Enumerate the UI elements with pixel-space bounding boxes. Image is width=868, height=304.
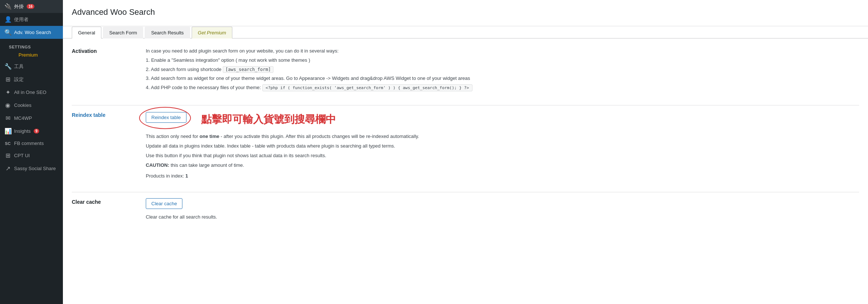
sidebar-item-label: MC4WP xyxy=(14,115,32,121)
tools-icon: 🔧 xyxy=(4,63,11,70)
tabs-bar: General Search Form Search Results Get P… xyxy=(63,26,868,38)
sidebar-item-label: 外掛 xyxy=(14,3,24,10)
sidebar-item-label: All in One SEO xyxy=(14,89,46,95)
page-title: Advanced Woo Search xyxy=(72,7,859,17)
settings-icon: ⊞ xyxy=(4,76,11,83)
tab-general[interactable]: General xyxy=(72,27,101,38)
tab-get-premium[interactable]: Get Premium xyxy=(192,27,233,38)
products-count: Products in index: 1 xyxy=(146,172,859,180)
sidebar-item-tools[interactable]: 🔧 工具 xyxy=(0,60,63,73)
search-icon: 🔍 xyxy=(4,29,11,36)
sidebar-item-cookies[interactable]: ◉ Cookies xyxy=(0,99,63,112)
reindex-desc2: Update all data in plugins index table. … xyxy=(146,142,859,150)
page-header: Advanced Woo Search xyxy=(63,0,868,26)
shortcode-inline: [aws_search_form] xyxy=(223,66,273,73)
divider-2 xyxy=(72,192,859,192)
reindex-table-button[interactable]: Reindex table xyxy=(146,112,186,123)
chinese-annotation: 點擊即可輸入貨號到搜尋欄中 xyxy=(201,111,336,128)
sidebar-item-all-in-one-seo[interactable]: ✦ All in One SEO xyxy=(0,86,63,99)
reindex-desc1: This action only need for one time - aft… xyxy=(146,132,859,141)
tab-search-results[interactable]: Search Results xyxy=(145,27,190,38)
activation-line4: 3. Add search form as widget for one of … xyxy=(146,75,859,82)
reindex-label: Reindex table xyxy=(72,111,146,118)
mc4wp-icon: ✉ xyxy=(4,115,11,122)
plugins-icon: 🔌 xyxy=(4,3,11,10)
cpt-ui-icon: ⊞ xyxy=(4,152,11,159)
sidebar-item-users[interactable]: 👤 使用者 xyxy=(0,13,63,26)
cookies-icon: ◉ xyxy=(4,102,11,109)
clear-cache-label: Clear cache xyxy=(72,198,146,205)
sidebar-item-label: 使用者 xyxy=(14,16,28,23)
activation-section: Activation In case you need to add plugi… xyxy=(72,47,859,93)
insights-badge: 9 xyxy=(34,129,40,134)
reindex-desc3: Use this button if you think that plugin… xyxy=(146,152,859,160)
reindex-content: Reindex table 點擊即可輸入貨號到搜尋欄中 This action … xyxy=(146,111,859,180)
sidebar-item-fb-comments[interactable]: SC FB comments xyxy=(0,138,63,149)
users-icon: 👤 xyxy=(4,16,11,23)
sidebar-item-cpt-ui[interactable]: ⊞ CPT UI xyxy=(0,149,63,162)
reindex-button-wrapper: Reindex table xyxy=(146,112,186,123)
sidebar-item-settings[interactable]: ⊞ 設定 xyxy=(0,73,63,86)
sidebar: 🔌 外掛 16 👤 使用者 🔍 Adv. Woo Search Settings… xyxy=(0,0,63,304)
sidebar-item-label: Insights xyxy=(14,128,31,134)
fb-comments-icon: SC xyxy=(4,141,11,146)
sidebar-item-label: FB comments xyxy=(14,141,44,146)
sidebar-item-label: Cookies xyxy=(14,102,31,108)
activation-line2: 1. Enable a "Seamless integration" optio… xyxy=(146,57,859,64)
sidebar-item-label: Sassy Social Share xyxy=(14,166,56,171)
php-code: <?php if ( function_exists( 'aws_get_sea… xyxy=(262,84,472,91)
products-count-value: 1 xyxy=(185,173,188,179)
sidebar-item-label: Adv. Woo Search xyxy=(14,30,51,35)
insights-icon: 📊 xyxy=(4,128,11,135)
sidebar-item-plugins[interactable]: 🔌 外掛 16 xyxy=(0,0,63,13)
divider-1 xyxy=(72,105,859,105)
plugins-badge: 16 xyxy=(27,4,34,9)
sidebar-item-label: CPT UI xyxy=(14,153,30,158)
seo-icon: ✦ xyxy=(4,89,11,96)
reindex-description: This action only need for one time - aft… xyxy=(146,132,859,169)
reindex-section: Reindex table Reindex table 點擊即可輸入貨號到搜尋欄… xyxy=(72,111,859,180)
clear-cache-button[interactable]: Clear cache xyxy=(146,198,182,209)
reindex-desc4: CAUTION: this can take large amount of t… xyxy=(146,161,859,169)
sidebar-item-mc4wp[interactable]: ✉ MC4WP xyxy=(0,112,63,125)
sidebar-item-label: 工具 xyxy=(14,63,24,70)
activation-line3: 2. Add search form using shortcode [aws_… xyxy=(146,66,859,74)
main-content: Advanced Woo Search General Search Form … xyxy=(63,0,868,304)
sidebar-item-insights[interactable]: 📊 Insights 9 xyxy=(0,125,63,138)
activation-line1: In case you need to add plugin search fo… xyxy=(146,47,859,55)
settings-section-label: Settings xyxy=(4,40,58,51)
activation-line5: 4. Add PHP code to the necessary files o… xyxy=(146,84,859,92)
sassy-icon: ↗ xyxy=(4,165,11,172)
sidebar-item-sassy-social-share[interactable]: ↗ Sassy Social Share xyxy=(0,162,63,175)
activation-label: Activation xyxy=(72,47,146,54)
clear-cache-desc: Clear cache for all search results. xyxy=(146,213,859,221)
tab-search-form[interactable]: Search Form xyxy=(103,27,143,38)
clear-cache-content: Clear cache Clear cache for all search r… xyxy=(146,198,859,221)
sidebar-item-adv-woo-search[interactable]: 🔍 Adv. Woo Search xyxy=(0,26,63,39)
sidebar-sub-premium[interactable]: Premium xyxy=(4,51,58,59)
content-area: Activation In case you need to add plugi… xyxy=(63,38,868,242)
sidebar-item-label: 設定 xyxy=(14,76,24,83)
activation-content: In case you need to add plugin search fo… xyxy=(146,47,859,93)
clear-cache-section: Clear cache Clear cache Clear cache for … xyxy=(72,198,859,221)
